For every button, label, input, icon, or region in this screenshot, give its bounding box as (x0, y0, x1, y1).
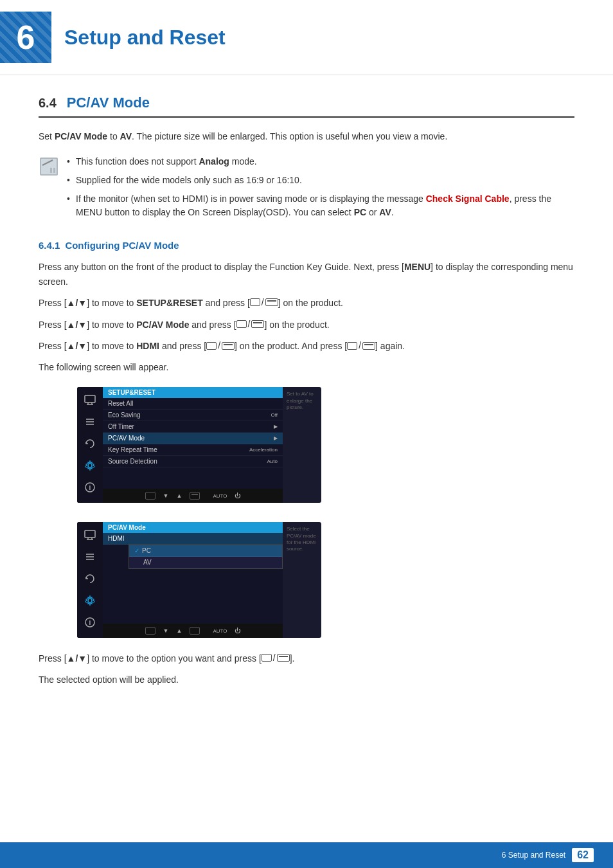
osd-bottom-2: ▼ ▲ AUTO ⏻ (103, 624, 283, 638)
osd-icon-info-2: i (82, 615, 98, 630)
note-item-1: This function does not support Analog mo… (67, 155, 574, 168)
svg-text:i: i (89, 619, 91, 626)
svg-point-12 (88, 464, 92, 467)
osd-btn-left-2 (145, 627, 155, 635)
osd-icon-gear-active (82, 458, 98, 473)
svg-point-22 (88, 599, 92, 602)
osd-header-2: PC/AV Mode (103, 522, 283, 533)
osd-row-hdmi: HDMI (103, 533, 283, 545)
note-icon (39, 156, 59, 177)
intro-text-after: . The picture size will be enlarged. Thi… (132, 131, 447, 141)
osd-screen-1: i SETUP&RESET Reset All Eco SavingOff Of… (77, 387, 321, 503)
step2-para: Press [▲/▼] to move to SETUP&RESET and p… (39, 295, 574, 311)
osd-icon-refresh-2 (82, 571, 98, 586)
osd-right-text-1: Set to AV to enlarge the picture. (287, 391, 319, 411)
osd-row-eco: Eco SavingOff (103, 410, 283, 421)
osd-content-1: SETUP&RESET Reset All Eco SavingOff Off … (103, 387, 283, 489)
osd-btn-enter-2 (190, 627, 200, 635)
intro-text-mid: to (107, 131, 120, 141)
osd-row-keyrepeat: Key Repeat TimeAcceleration (103, 444, 283, 456)
note-item-3: If the monitor (when set to HDMI) is in … (67, 192, 574, 219)
step3-para: Press [▲/▼] to move to PC/AV Mode and pr… (39, 317, 574, 332)
footer-text: 6 Setup and Reset (502, 851, 565, 860)
note-box: This function does not support Analog mo… (39, 155, 574, 224)
section-title: PC/AV Mode (67, 95, 150, 111)
step4-para: Press [▲/▼] to move to HDMI and press [/… (39, 338, 574, 354)
note-list: This function does not support Analog mo… (67, 155, 574, 224)
osd-icon-menu (82, 414, 98, 429)
osd-icon-menu-2 (82, 549, 98, 565)
osd-right-text-2: Select the PC/AV mode for the HDMI sourc… (287, 526, 319, 553)
step7-para: The selected option will be applied. (39, 673, 574, 687)
main-content: 6.4 PC/AV Mode Set PC/AV Mode to AV. The… (0, 95, 613, 745)
osd-screen-2: i PC/AV Mode HDMI ✓PC (77, 522, 321, 638)
osd-row-reset: Reset All (103, 398, 283, 410)
svg-rect-5 (85, 395, 95, 402)
osd-btn-left (145, 492, 155, 500)
osd-sidebar-1: i (77, 387, 103, 503)
section-heading: 6.4 PC/AV Mode (39, 95, 574, 118)
subsection-title: Configuring PC/AV Mode (65, 240, 179, 251)
osd-icon-gear-active-2 (82, 593, 98, 608)
osd-content-2: PC/AV Mode HDMI ✓PC AV (103, 522, 283, 624)
chapter-box: 6 (0, 12, 51, 63)
step6-para: Press [▲/▼] to move to the option you wa… (39, 651, 574, 666)
osd-icon-monitor-2 (82, 527, 98, 543)
chapter-number: 6 (17, 21, 35, 54)
intro-bold2: AV (120, 131, 132, 141)
osd-submenu: ✓PC AV (129, 545, 283, 569)
osd-icon-monitor (82, 392, 98, 408)
footer-page: 62 (572, 848, 594, 862)
osd-row-pcav: PC/AV Mode▶ (103, 433, 283, 444)
screenshot-row-1: i SETUP&RESET Reset All Eco SavingOff Of… (77, 387, 574, 503)
step1-para: Press any button on the front of the pro… (39, 260, 574, 289)
chapter-title: Setup and Reset (64, 26, 226, 50)
subsection-heading: 6.4.1Configuring PC/AV Mode (39, 240, 574, 251)
osd-btn-enter (190, 492, 200, 500)
osd-row-source: Source DetectionAuto (103, 456, 283, 467)
note-item-2: Supplied for the wide models only such a… (67, 174, 574, 187)
osd-sidebar-2: i (77, 522, 103, 638)
intro-paragraph: Set PC/AV Mode to AV. The picture size w… (39, 129, 574, 143)
page-header: 6 Setup and Reset (0, 0, 613, 75)
intro-text-before: Set (39, 131, 55, 141)
osd-bottom-1: ▼ ▲ AUTO ⏻ (103, 489, 283, 503)
section-number: 6.4 (39, 96, 57, 111)
osd-submenu-pc: ✓PC (129, 545, 282, 557)
page-footer: 6 Setup and Reset 62 (0, 842, 613, 868)
screenshot-row-2: i PC/AV Mode HDMI ✓PC (77, 522, 574, 638)
osd-submenu-av: AV (129, 557, 282, 568)
osd-right-label-1: Set to AV to enlarge the picture. (284, 387, 321, 489)
screenshots-container: i SETUP&RESET Reset All Eco SavingOff Of… (77, 387, 574, 638)
step5-para: The following screen will appear. (39, 360, 574, 374)
svg-text:i: i (89, 484, 91, 491)
subsection-number: 6.4.1 (39, 240, 60, 251)
osd-header-1: SETUP&RESET (103, 387, 283, 398)
osd-icon-info: i (82, 480, 98, 495)
osd-icon-refresh (82, 436, 98, 451)
osd-row-off-timer: Off Timer▶ (103, 421, 283, 433)
osd-right-label-2: Select the PC/AV mode for the HDMI sourc… (284, 522, 321, 624)
svg-rect-15 (85, 530, 95, 538)
intro-bold1: PC/AV Mode (55, 131, 107, 141)
